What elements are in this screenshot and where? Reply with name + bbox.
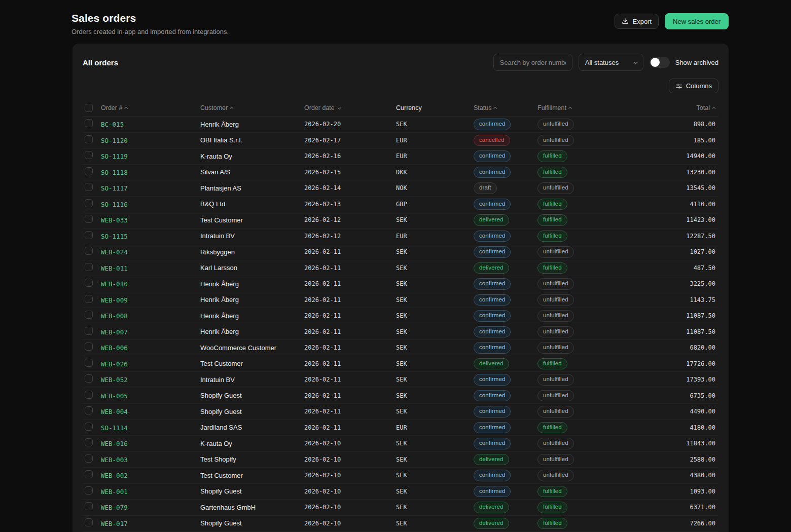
status-badge: confirmed (474, 246, 511, 258)
row-checkbox[interactable] (85, 391, 93, 399)
order-number-link[interactable]: WEB-007 (101, 328, 128, 336)
fulfillment-cell: unfulfilled (537, 119, 624, 130)
order-number-link[interactable]: WEB-001 (101, 488, 128, 496)
table-row[interactable]: WEB-079 Gartenhaus GmbH 2026-02-10 SEK d… (83, 500, 718, 516)
table-row[interactable]: SO-1118 Silvan A/S 2026-02-15 DKK confir… (83, 165, 718, 181)
table-row[interactable]: WEB-002 Test Customer 2026-02-10 SEK con… (83, 468, 718, 484)
order-number-link[interactable]: WEB-016 (101, 440, 128, 447)
table-row[interactable]: WEB-052 Intratuin BV 2026-02-11 SEK conf… (83, 372, 718, 388)
search-input[interactable] (493, 54, 572, 71)
column-header-fulfillment[interactable]: Fulfillment (537, 104, 624, 111)
new-sales-order-button[interactable]: New sales order (665, 13, 729, 29)
table-row[interactable]: SO-1117 Plantasjen AS 2026-02-14 NOK dra… (83, 180, 718, 197)
order-number-link[interactable]: WEB-006 (101, 344, 128, 352)
row-checkbox[interactable] (85, 119, 93, 127)
order-number-link[interactable]: WEB-010 (101, 280, 128, 288)
order-number-link[interactable]: WEB-052 (101, 376, 128, 384)
row-checkbox[interactable] (85, 406, 93, 414)
order-number-link[interactable]: SO-1114 (101, 424, 128, 432)
order-number-link[interactable]: WEB-003 (101, 456, 128, 464)
column-header-order-date[interactable]: Order date (304, 104, 396, 111)
columns-button[interactable]: Columns (669, 79, 718, 93)
table-row[interactable]: SO-1114 Jardiland SAS 2026-02-11 EUR con… (83, 420, 718, 436)
row-checkbox[interactable] (85, 247, 93, 255)
order-number-link[interactable]: WEB-008 (101, 312, 128, 320)
table-row[interactable]: BC-015 Henrik Åberg 2026-02-20 SEK confi… (83, 117, 718, 133)
export-button[interactable]: Export (615, 14, 659, 29)
table-row[interactable]: WEB-001 Shopify Guest 2026-02-10 SEK con… (83, 484, 718, 500)
row-checkbox[interactable] (85, 135, 93, 143)
row-checkbox[interactable] (85, 215, 93, 223)
table-row[interactable]: WEB-009 Henrik Åberg 2026-02-11 SEK conf… (83, 292, 718, 309)
row-checkbox[interactable] (85, 167, 93, 175)
table-row[interactable]: WEB-016 K-rauta Oy 2026-02-10 SEK confir… (83, 436, 718, 452)
table-row[interactable]: WEB-007 Henrik Åberg 2026-02-11 SEK conf… (83, 324, 718, 340)
table-row[interactable]: WEB-003 Test Shopify 2026-02-10 SEK deli… (83, 452, 718, 468)
order-date-cell: 2026-02-11 (304, 392, 396, 399)
status-badge: confirmed (474, 342, 511, 354)
order-number-link[interactable]: WEB-011 (101, 264, 128, 272)
table-row[interactable]: WEB-026 Test Customer 2026-02-11 SEK del… (83, 356, 718, 372)
row-checkbox[interactable] (85, 263, 93, 271)
row-checkbox[interactable] (85, 502, 93, 510)
row-checkbox[interactable] (85, 486, 93, 495)
table-row[interactable]: WEB-005 Shopify Guest 2026-02-11 SEK con… (83, 388, 718, 404)
order-number-link[interactable]: WEB-079 (101, 504, 128, 511)
row-checkbox[interactable] (85, 183, 93, 191)
table-row[interactable]: SO-1120 OBI Italia S.r.l. 2026-02-17 EUR… (83, 133, 718, 149)
order-number-link[interactable]: BC-015 (101, 121, 124, 128)
row-checkbox[interactable] (85, 151, 93, 159)
table-row[interactable]: WEB-006 WooCommerce Customer 2026-02-11 … (83, 340, 718, 356)
table-row[interactable]: WEB-017 Shopify Guest 2026-02-10 SEK del… (83, 516, 718, 532)
order-number-link[interactable]: SO-1115 (101, 233, 128, 240)
order-number-link[interactable]: SO-1119 (101, 153, 128, 160)
table-row[interactable]: WEB-024 Riksbyggen 2026-02-11 SEK confir… (83, 244, 718, 260)
status-badge: confirmed (474, 422, 511, 434)
column-header-customer[interactable]: Customer (200, 104, 304, 111)
order-number-link[interactable]: WEB-005 (101, 392, 128, 400)
table-row[interactable]: SO-1119 K-rauta Oy 2026-02-16 EUR confir… (83, 148, 718, 165)
row-checkbox[interactable] (85, 231, 93, 239)
column-header-status[interactable]: Status (474, 104, 537, 111)
table-row[interactable]: SO-1115 Intratuin BV 2026-02-12 EUR conf… (83, 229, 718, 245)
table-row[interactable]: WEB-010 Henrik Åberg 2026-02-11 SEK conf… (83, 276, 718, 292)
table-row[interactable]: WEB-008 Henrik Åberg 2026-02-11 SEK conf… (83, 308, 718, 324)
order-number-link[interactable]: SO-1116 (101, 201, 128, 208)
table-row[interactable]: WEB-011 Karl Larsson 2026-02-11 SEK deli… (83, 260, 718, 277)
order-number-cell: WEB-007 (101, 327, 200, 336)
row-checkbox[interactable] (85, 423, 93, 431)
row-checkbox[interactable] (85, 295, 93, 303)
table-row[interactable]: WEB-004 Shopify Guest 2026-02-11 SEK con… (83, 404, 718, 420)
order-number-link[interactable]: WEB-024 (101, 248, 128, 256)
row-checkbox[interactable] (85, 518, 93, 526)
row-checkbox[interactable] (85, 374, 93, 383)
row-checkbox[interactable] (85, 311, 93, 319)
order-number-link[interactable]: SO-1120 (101, 137, 128, 144)
order-number-link[interactable]: WEB-033 (101, 216, 128, 224)
fulfillment-badge: unfulfilled (537, 406, 574, 417)
fulfillment-badge: fulfilled (537, 422, 567, 434)
row-checkbox[interactable] (85, 359, 93, 367)
show-archived-toggle[interactable] (650, 57, 670, 68)
row-checkbox[interactable] (85, 279, 93, 287)
column-header-total[interactable]: Total (624, 104, 718, 111)
order-number-link[interactable]: WEB-002 (101, 472, 128, 479)
table-row[interactable]: SO-1116 B&Q Ltd 2026-02-13 GBP confirmed… (83, 197, 718, 213)
row-checkbox[interactable] (85, 327, 93, 335)
row-checkbox[interactable] (85, 199, 93, 207)
order-number-link[interactable]: WEB-017 (101, 520, 128, 527)
row-checkbox[interactable] (85, 438, 93, 446)
row-checkbox[interactable] (85, 343, 93, 351)
order-number-link[interactable]: SO-1118 (101, 169, 128, 176)
column-header-order[interactable]: Order # (101, 104, 200, 111)
status-filter-select[interactable]: All statuses (579, 54, 643, 71)
order-number-link[interactable]: WEB-004 (101, 408, 128, 415)
order-number-link[interactable]: SO-1117 (101, 184, 128, 192)
order-number-link[interactable]: WEB-026 (101, 360, 128, 368)
order-number-link[interactable]: WEB-009 (101, 296, 128, 304)
select-all-checkbox[interactable] (85, 104, 93, 112)
row-checkbox[interactable] (85, 454, 93, 463)
row-checkbox[interactable] (85, 470, 93, 478)
table-row[interactable]: WEB-033 Test Customer 2026-02-12 SEK del… (83, 212, 718, 229)
currency-cell: SEK (396, 408, 474, 415)
